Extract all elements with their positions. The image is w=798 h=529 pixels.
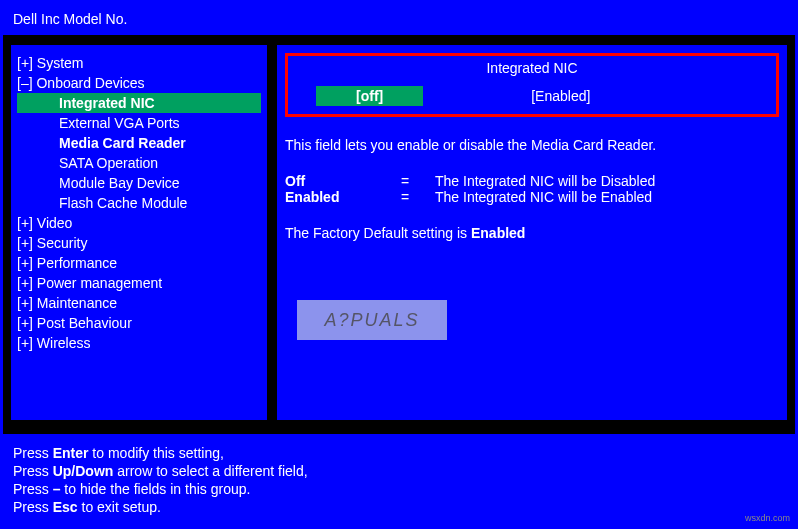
main-area: [+] System [–] Onboard Devices Integrate… <box>3 37 795 428</box>
tree-item-module-bay[interactable]: Module Bay Device <box>17 173 261 193</box>
factory-value: Enabled <box>471 225 525 241</box>
value-row-enabled: Enabled = The Integrated NIC will be Ena… <box>285 189 779 205</box>
factory-default-text: The Factory Default setting is Enabled <box>285 225 779 241</box>
help-text: Press <box>13 463 53 479</box>
help-text: to hide the fields in this group. <box>60 481 250 497</box>
image-credit: wsxdn.com <box>745 513 790 523</box>
tree-item-maintenance[interactable]: [+] Maintenance <box>17 293 261 313</box>
field-options: [off] [Enabled] <box>306 86 758 106</box>
value-label-off: Off <box>285 173 375 189</box>
value-label-enabled: Enabled <box>285 189 375 205</box>
help-key: Esc <box>53 499 78 515</box>
help-text: Press <box>13 445 53 461</box>
field-highlight-box: Integrated NIC [off] [Enabled] <box>285 53 779 117</box>
option-enabled[interactable]: [Enabled] <box>523 86 598 106</box>
tree-item-security[interactable]: [+] Security <box>17 233 261 253</box>
title-text: Dell Inc Model No. <box>13 11 127 27</box>
equals-sign: = <box>375 173 435 189</box>
value-desc-off: The Integrated NIC will be Disabled <box>435 173 655 189</box>
field-title: Integrated NIC <box>306 60 758 76</box>
help-footer: Press Enter to modify this setting, Pres… <box>3 428 795 526</box>
help-line-esc: Press Esc to exit setup. <box>13 498 785 516</box>
tree-item-sata-operation[interactable]: SATA Operation <box>17 153 261 173</box>
tree-item-media-card-reader[interactable]: Media Card Reader <box>17 133 261 153</box>
help-key: Up/Down <box>53 463 114 479</box>
tree-item-onboard-devices[interactable]: [–] Onboard Devices <box>17 73 261 93</box>
help-line-updown: Press Up/Down arrow to select a differen… <box>13 462 785 480</box>
title-bar: Dell Inc Model No. <box>3 3 795 37</box>
tree-item-post-behaviour[interactable]: [+] Post Behaviour <box>17 313 261 333</box>
detail-panel: Integrated NIC [off] [Enabled] This fiel… <box>275 43 789 422</box>
value-desc-enabled: The Integrated NIC will be Enabled <box>435 189 652 205</box>
help-text: Press <box>13 499 53 515</box>
field-description: This field lets you enable or disable th… <box>285 137 779 153</box>
value-row-off: Off = The Integrated NIC will be Disable… <box>285 173 779 189</box>
watermark-logo: A?PUALS <box>297 300 447 340</box>
bios-setup-window: Dell Inc Model No. [+] System [–] Onboar… <box>0 0 798 529</box>
tree-item-external-vga[interactable]: External VGA Ports <box>17 113 261 133</box>
tree-item-video[interactable]: [+] Video <box>17 213 261 233</box>
help-line-enter: Press Enter to modify this setting, <box>13 444 785 462</box>
help-line-minus: Press – to hide the fields in this group… <box>13 480 785 498</box>
tree-item-performance[interactable]: [+] Performance <box>17 253 261 273</box>
tree-item-wireless[interactable]: [+] Wireless <box>17 333 261 353</box>
tree-item-system[interactable]: [+] System <box>17 53 261 73</box>
help-key: Enter <box>53 445 89 461</box>
help-text: Press <box>13 481 53 497</box>
help-text: to exit setup. <box>78 499 161 515</box>
help-text: arrow to select a different field, <box>113 463 307 479</box>
tree-item-integrated-nic[interactable]: Integrated NIC <box>17 93 261 113</box>
navigation-tree: [+] System [–] Onboard Devices Integrate… <box>9 43 269 422</box>
help-text: to modify this setting, <box>88 445 223 461</box>
tree-item-power-management[interactable]: [+] Power management <box>17 273 261 293</box>
factory-prefix: The Factory Default setting is <box>285 225 471 241</box>
option-off[interactable]: [off] <box>316 86 423 106</box>
equals-sign: = <box>375 189 435 205</box>
tree-item-flash-cache[interactable]: Flash Cache Module <box>17 193 261 213</box>
